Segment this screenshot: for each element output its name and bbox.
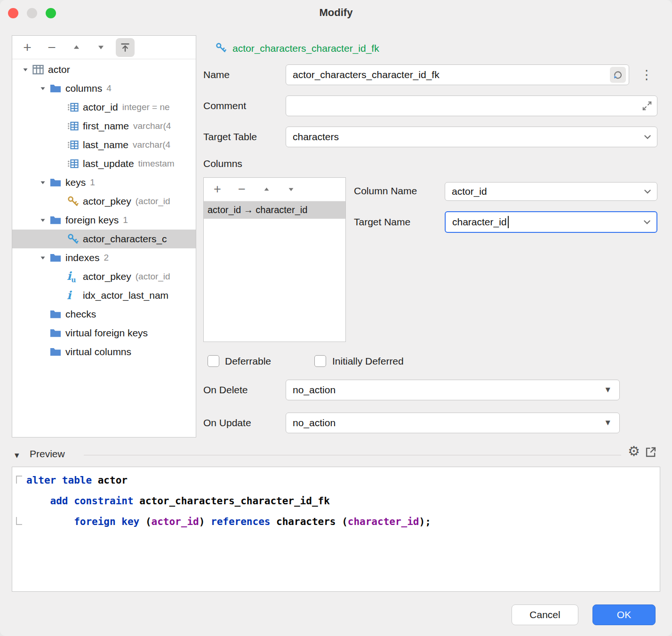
- window-title: Modify: [0, 7, 672, 19]
- deferrable-label: Deferrable: [225, 356, 271, 367]
- move-up-icon[interactable]: [67, 38, 86, 57]
- tree-item-actor_pkey[interactable]: iuactor_pkey(actor_id: [12, 267, 196, 286]
- chevron-down-icon[interactable]: [36, 254, 49, 262]
- tree-item-first_name[interactable]: first_namevarchar(4: [12, 117, 196, 135]
- tree-item-actor[interactable]: actor: [12, 60, 196, 79]
- move-down-icon[interactable]: [91, 38, 110, 57]
- tree-item-idx_actor_last_nam[interactable]: iidx_actor_last_nam: [12, 286, 196, 305]
- chevron-down-icon[interactable]: [36, 216, 49, 224]
- tree-item-label: foreign keys: [65, 215, 119, 226]
- on-delete-label: On Delete: [203, 380, 248, 400]
- on-update-label: On Update: [203, 413, 251, 433]
- gear-icon[interactable]: ⚙: [626, 443, 642, 459]
- key-blue-icon: [67, 233, 83, 245]
- chevron-down-icon[interactable]: [36, 179, 49, 186]
- tree-item-last_update[interactable]: last_updatetimestam: [12, 154, 196, 173]
- cancel-button[interactable]: Cancel: [512, 604, 578, 625]
- remove-icon[interactable]: −: [235, 183, 249, 197]
- tree-item-actor_id[interactable]: actor_idinteger = ne: [12, 98, 196, 117]
- collapse-preview-icon[interactable]: ▾: [15, 450, 19, 461]
- tree-item-label: idx_actor_last_nam: [83, 290, 168, 301]
- tree-item-foreign-keys[interactable]: foreign keys1: [12, 211, 196, 230]
- add-icon[interactable]: +: [210, 183, 224, 197]
- tree-item-secondary: 1: [90, 177, 95, 188]
- sql-preview-code: alter table actor add constraint actor_c…: [26, 470, 658, 532]
- tree-item-checks[interactable]: checks: [12, 305, 196, 324]
- expand-editor-icon[interactable]: [642, 101, 652, 111]
- column-icon: [67, 139, 83, 151]
- tree-item-label: last_name: [83, 139, 128, 151]
- index-icon: i: [67, 290, 83, 301]
- folder-icon: [49, 252, 65, 264]
- database-object-tree: actorcolumns4actor_idinteger = nefirst_n…: [12, 59, 196, 361]
- foreign-key-icon: [215, 42, 227, 56]
- remove-icon[interactable]: −: [42, 38, 61, 57]
- initially-deferred-checkbox[interactable]: [314, 355, 326, 367]
- target-table-value: characters: [293, 131, 339, 143]
- add-icon[interactable]: +: [18, 38, 37, 57]
- column-icon: [67, 120, 83, 132]
- folder-icon: [49, 82, 65, 95]
- tree-item-secondary: 4: [106, 83, 112, 94]
- chevron-down-icon[interactable]: [36, 85, 49, 92]
- move-up-icon[interactable]: [259, 183, 273, 197]
- on-delete-select[interactable]: no_action ▼: [286, 380, 620, 400]
- structure-tree-panel: + − actorcolumns4actor_idinteger = nefir…: [12, 35, 196, 437]
- on-update-select[interactable]: no_action ▼: [286, 413, 620, 433]
- initially-deferred-label: Initially Deferred: [332, 356, 404, 367]
- tree-item-columns[interactable]: columns4: [12, 79, 196, 98]
- dropdown-arrow-icon: ▼: [604, 418, 612, 428]
- tree-item-secondary: 2: [104, 253, 109, 263]
- fold-marker[interactable]: [16, 517, 22, 525]
- modify-dialog: Modify + − actorcolumns4actor_idinteger …: [0, 0, 672, 636]
- folder-icon: [49, 308, 65, 320]
- tree-item-label: actor_id: [83, 102, 118, 113]
- tree-item-label: actor_characters_c: [83, 233, 167, 245]
- folder-icon: [49, 176, 65, 189]
- deferrable-checkbox[interactable]: [208, 355, 219, 367]
- scroll-from-source-button[interactable]: [116, 38, 135, 57]
- name-input[interactable]: actor_characters_character_id_fk: [286, 64, 629, 85]
- tree-item-secondary: 1: [123, 215, 128, 225]
- chevron-down-icon[interactable]: [19, 66, 32, 73]
- tree-item-secondary: timestam: [138, 159, 175, 169]
- open-in-editor-icon[interactable]: [644, 445, 658, 459]
- column-icon: [67, 158, 83, 170]
- sql-preview-panel[interactable]: alter table actor add constraint actor_c…: [12, 467, 660, 592]
- tree-item-actor_characters_c[interactable]: actor_characters_c: [12, 230, 196, 248]
- tree-item-actor_pkey[interactable]: actor_pkey(actor_id: [12, 192, 196, 211]
- tree-item-secondary: (actor_id: [136, 271, 170, 282]
- tree-item-virtual-columns[interactable]: virtual columns: [12, 342, 196, 361]
- comment-input[interactable]: [286, 95, 657, 116]
- target-table-select[interactable]: characters: [286, 127, 657, 147]
- tree-item-virtual-foreign-keys[interactable]: virtual foreign keys: [12, 324, 196, 342]
- fold-marker[interactable]: [16, 476, 22, 484]
- ok-button[interactable]: OK: [592, 604, 656, 625]
- tree-item-secondary: varchar(4: [133, 121, 171, 131]
- tree-item-label: indexes: [65, 252, 99, 263]
- tree-item-label: checks: [65, 309, 96, 320]
- preview-label: Preview: [30, 448, 65, 460]
- regenerate-name-icon[interactable]: [610, 67, 626, 83]
- tree-item-label: virtual foreign keys: [65, 327, 148, 339]
- column-mapping-toolbar: + −: [204, 178, 345, 201]
- folder-icon: [49, 214, 65, 226]
- target-name-select[interactable]: character_id: [445, 211, 657, 233]
- column-name-select[interactable]: actor_id: [445, 182, 657, 201]
- tree-item-label: actor_pkey: [83, 196, 131, 207]
- folder-icon: [49, 346, 65, 358]
- tree-item-last_name[interactable]: last_namevarchar(4: [12, 135, 196, 154]
- tree-item-label: first_name: [83, 120, 129, 132]
- tree-item-keys[interactable]: keys1: [12, 173, 196, 192]
- sql-code-line: alter table actor: [26, 470, 658, 491]
- on-update-value: no_action: [293, 417, 336, 429]
- tree-item-secondary: (actor_id: [136, 196, 170, 207]
- column-mapping-item[interactable]: actor_id → character_id: [204, 201, 345, 219]
- more-options-icon[interactable]: ⋮: [638, 64, 655, 85]
- titlebar: Modify: [0, 0, 672, 26]
- name-value: actor_characters_character_id_fk: [293, 69, 440, 80]
- on-delete-value: no_action: [293, 384, 336, 396]
- tree-item-indexes[interactable]: indexes2: [12, 248, 196, 267]
- move-down-icon[interactable]: [284, 183, 298, 197]
- tree-item-secondary: varchar(4: [133, 140, 170, 150]
